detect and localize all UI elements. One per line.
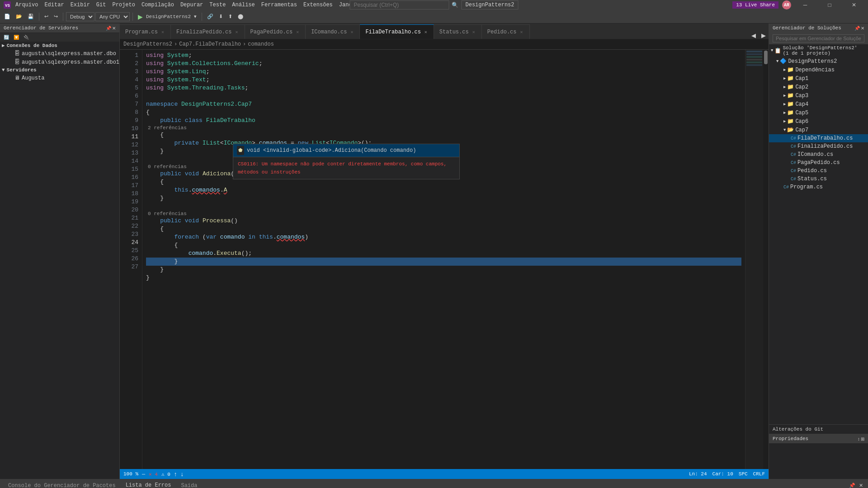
undo-btn[interactable]: ↩ xyxy=(42,12,51,21)
sol-cap2[interactable]: ▶ 📁 Cap2 xyxy=(769,83,868,91)
editor-scrollbar[interactable] xyxy=(763,50,769,469)
zoom-decrease[interactable]: ─ xyxy=(142,472,145,477)
menu-arquivo[interactable]: Arquivo xyxy=(13,1,41,9)
nav-up[interactable]: ↑ xyxy=(174,471,177,478)
step-over-btn[interactable]: ⬇ xyxy=(217,12,225,21)
prop-sort-btn[interactable]: ↕ xyxy=(858,436,860,441)
close-button[interactable]: ✕ xyxy=(844,0,864,10)
close-tab-fila[interactable]: ✕ xyxy=(424,29,428,35)
tab-finaliza-pedido[interactable]: FinalizaPedido.cs ✕ xyxy=(171,24,245,39)
db-server-2[interactable]: 🗄 augusta\sqlexpress.master.dbo1 xyxy=(0,58,119,66)
tab-status[interactable]: Status.cs ✕ xyxy=(434,24,482,39)
tab-fila-trabalho[interactable]: FilaDeTrabalho.cs ✕ xyxy=(360,24,434,39)
maximize-button[interactable]: □ xyxy=(819,0,840,10)
step-into-btn[interactable]: ⬆ xyxy=(226,12,235,21)
sol-pedido[interactable]: C# Pedido.cs xyxy=(769,167,868,175)
platform-select[interactable]: Any CPU xyxy=(95,12,130,21)
sol-dependencies[interactable]: ▶ 📁 Dependências xyxy=(769,66,868,74)
tab-label: FilaDeTrabalho.cs xyxy=(365,29,420,35)
run-dropdown[interactable]: ▾ xyxy=(192,12,199,21)
menu-analise[interactable]: Análise xyxy=(229,1,257,9)
sol-icomando-label: IComando.cs xyxy=(797,151,833,158)
menu-teste[interactable]: Teste xyxy=(207,1,228,9)
debug-mode-select[interactable]: Debug xyxy=(66,12,94,21)
menu-ferramentas[interactable]: Ferramentas xyxy=(259,1,300,9)
menu-compilacao[interactable]: Compilação xyxy=(139,1,177,9)
db-server-1[interactable]: 🗄 augusta\sqlexpress.master.dbo xyxy=(0,49,119,58)
breadcrumb-namespace[interactable]: Cap7.FilaDeTrabalho xyxy=(179,41,241,47)
close-tab-pedido[interactable]: ✕ xyxy=(519,29,524,35)
bottom-panel: Console do Gerenciador de Pacotes Lista … xyxy=(0,479,868,488)
close-tab-icomando[interactable]: ✕ xyxy=(349,29,354,35)
servers-section[interactable]: ▼ Servidores xyxy=(0,66,119,74)
search-icon: 🔍 xyxy=(452,2,458,9)
save-btn[interactable]: 💾 xyxy=(25,12,36,21)
sol-cap3[interactable]: ▶ 📁 Cap3 xyxy=(769,91,868,100)
scroll-thumb[interactable] xyxy=(764,51,768,64)
global-search-input[interactable] xyxy=(349,0,449,9)
prop-group-btn[interactable]: ⊞ xyxy=(861,436,864,441)
sol-project[interactable]: ▼ 🔷 DesignPatterns2 xyxy=(769,57,868,66)
minimize-button[interactable]: ─ xyxy=(795,0,816,10)
connections-section[interactable]: ▶ Conexões de Dados xyxy=(0,42,119,49)
tab-scroll-left[interactable]: ◀ xyxy=(749,32,759,39)
tab-package-console[interactable]: Console do Gerenciador de Pacotes xyxy=(4,481,120,488)
sol-close-btn[interactable]: ✕ xyxy=(861,26,864,31)
run-button[interactable]: ▶ xyxy=(136,12,145,22)
tab-error-list[interactable]: Lista de Erros xyxy=(121,480,176,488)
filter-btn[interactable]: 🔽 xyxy=(12,34,21,41)
sol-cap7[interactable]: ▼ 📂 Cap7 xyxy=(769,126,868,134)
sol-cap4[interactable]: ▶ 📁 Cap4 xyxy=(769,100,868,108)
attach-btn[interactable]: 🔗 xyxy=(205,12,216,21)
live-share-btn[interactable]: 13 Live Share xyxy=(732,1,778,9)
solution-search-input[interactable] xyxy=(773,34,864,42)
panel-close-btn[interactable]: ✕ xyxy=(112,26,116,31)
sol-finaliza-pedido[interactable]: C# FinalizaPedido.cs xyxy=(769,142,868,150)
sol-cap6[interactable]: ▶ 📁 Cap6 xyxy=(769,117,868,126)
sol-changes-tab[interactable]: Alterações do Git xyxy=(773,427,823,432)
properties-header: Propriedades ↕ ⊞ xyxy=(769,434,868,443)
sol-icomando[interactable]: C# IComando.cs xyxy=(769,150,868,159)
server-child[interactable]: 🖥 Augusta xyxy=(0,74,119,82)
connect-btn[interactable]: 🔌 xyxy=(22,34,31,41)
tab-scroll-right[interactable]: ▶ xyxy=(759,32,769,39)
panel-pin-btn[interactable]: 📌 xyxy=(106,26,111,31)
close-tab-finaliza[interactable]: ✕ xyxy=(234,29,239,35)
menu-extensoes[interactable]: Extensões xyxy=(301,1,335,9)
sol-solution-root[interactable]: ▼ 📋 Solução 'DesignPatterns2' (1 de 1 pr… xyxy=(769,44,868,57)
close-tab-status[interactable]: ✕ xyxy=(472,29,476,35)
code-content[interactable]: using System; using System.Collections.G… xyxy=(142,50,745,469)
tab-icomando[interactable]: IComando.cs ✕ xyxy=(306,24,360,39)
tab-program-cs[interactable]: Program.cs ✕ xyxy=(120,24,171,39)
sol-paga-pedido[interactable]: C# PagaPedido.cs xyxy=(769,159,868,167)
code-line-25: } xyxy=(146,266,741,274)
refresh-btn[interactable]: 🔄 xyxy=(2,34,11,41)
sol-status[interactable]: C# Status.cs xyxy=(769,175,868,183)
tab-pedido[interactable]: Pedido.cs ✕ xyxy=(482,24,530,39)
breadcrumb-project[interactable]: DesignPatterns2 xyxy=(123,41,172,47)
redo-btn[interactable]: ↪ xyxy=(52,12,60,21)
new-file-btn[interactable]: 📄 xyxy=(2,12,13,21)
sol-cap1-arrow: ▶ xyxy=(783,76,786,81)
sol-pin-btn[interactable]: 📌 xyxy=(854,26,860,31)
open-btn[interactable]: 📂 xyxy=(14,12,24,21)
breadcrumb-member[interactable]: comandos xyxy=(248,41,274,47)
sol-fila-trabalho[interactable]: C# FilaDeTrabalho.cs xyxy=(769,134,868,142)
nav-down[interactable]: ↓ xyxy=(180,471,184,478)
sol-program[interactable]: C# Program.cs xyxy=(769,183,868,191)
bottom-panel-pin[interactable]: 📌 xyxy=(848,482,857,488)
breakpoints-btn[interactable]: ⬤ xyxy=(236,12,245,21)
menu-editar[interactable]: Editar xyxy=(42,1,66,9)
close-tab-paga[interactable]: ✕ xyxy=(295,29,300,35)
bottom-panel-close[interactable]: ✕ xyxy=(858,482,864,488)
menu-projeto[interactable]: Projeto xyxy=(109,1,137,9)
sol-cap1[interactable]: ▶ 📁 Cap1 xyxy=(769,74,868,83)
tab-paga-pedido[interactable]: PagaPedido.cs ✕ xyxy=(245,24,306,39)
close-tab-program[interactable]: ✕ xyxy=(160,29,165,35)
tab-output[interactable]: Saída xyxy=(176,481,202,488)
menu-exibir[interactable]: Exibir xyxy=(68,1,93,9)
menu-depurar[interactable]: Depurar xyxy=(178,1,206,9)
sol-cap5[interactable]: ▶ 📁 Cap5 xyxy=(769,108,868,117)
menu-git[interactable]: Git xyxy=(94,1,109,9)
solution-explorer-header: Gerenciador de Soluções 📌 ✕ xyxy=(769,23,868,33)
